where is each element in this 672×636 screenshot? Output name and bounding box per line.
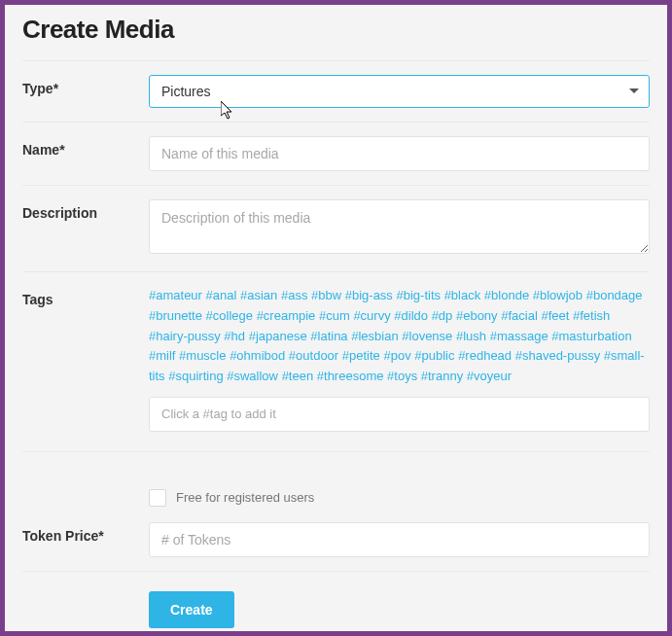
- tag-link[interactable]: #hd: [224, 329, 245, 343]
- tag-link[interactable]: #japanese: [249, 329, 307, 343]
- tag-link[interactable]: #toys: [387, 369, 417, 383]
- free-checkbox-label: Free for registered users: [176, 490, 314, 505]
- tag-link[interactable]: #hairy-pussy: [149, 329, 221, 343]
- tag-link[interactable]: #massage: [490, 329, 548, 343]
- tag-link[interactable]: #voyeur: [467, 369, 512, 383]
- tag-link[interactable]: #asian: [240, 288, 277, 302]
- row-free-token: Free for registered users Token Price*: [22, 451, 650, 571]
- tag-link[interactable]: #tranny: [421, 369, 463, 383]
- tag-link[interactable]: #college: [206, 308, 253, 323]
- tag-link[interactable]: #lesbian: [351, 329, 398, 343]
- tag-link[interactable]: #dildo: [394, 308, 428, 323]
- page-title: Create Media: [22, 15, 650, 45]
- tag-link[interactable]: #facial: [501, 308, 538, 323]
- tag-link[interactable]: #brunette: [149, 308, 202, 323]
- row-tags: Tags #amateur #anal #asian #ass #bbw #bi…: [22, 271, 650, 442]
- label-description: Description: [22, 199, 149, 221]
- free-checkbox[interactable]: [149, 489, 166, 507]
- tag-link[interactable]: #petite: [342, 348, 380, 363]
- row-submit: Create: [22, 571, 650, 628]
- tag-link[interactable]: #teen: [282, 369, 314, 383]
- tag-link[interactable]: #dp: [432, 308, 453, 323]
- tag-link[interactable]: #redhead: [458, 348, 512, 363]
- row-description: Description: [22, 185, 650, 271]
- token-price-input[interactable]: [149, 522, 650, 557]
- label-type: Type*: [22, 75, 149, 96]
- tag-link[interactable]: #lush: [456, 329, 486, 343]
- tag-link[interactable]: #creampie: [257, 308, 316, 323]
- row-name: Name*: [22, 122, 650, 185]
- tag-link[interactable]: #big-tits: [396, 288, 441, 302]
- label-tags: Tags: [22, 286, 149, 307]
- tag-link[interactable]: #threesome: [317, 369, 384, 383]
- tag-link[interactable]: #anal: [206, 288, 237, 302]
- tag-link[interactable]: #ebony: [456, 308, 498, 323]
- tags-input[interactable]: [149, 397, 650, 432]
- tag-link[interactable]: #amateur: [149, 288, 202, 302]
- tag-link[interactable]: #cum: [319, 308, 350, 323]
- tags-cloud: #amateur #anal #asian #ass #bbw #big-ass…: [149, 286, 650, 387]
- tag-link[interactable]: #bbw: [311, 288, 341, 302]
- tag-link[interactable]: #blowjob: [533, 288, 583, 302]
- tag-link[interactable]: #fetish: [573, 308, 610, 323]
- tag-link[interactable]: #shaved-pussy: [515, 348, 600, 363]
- label-name: Name*: [22, 136, 149, 158]
- tag-link[interactable]: #blonde: [484, 288, 529, 302]
- tag-link[interactable]: #masturbation: [551, 329, 631, 343]
- tag-link[interactable]: #outdoor: [289, 348, 338, 363]
- tag-link[interactable]: #curvy: [353, 308, 390, 323]
- tag-link[interactable]: #milf: [149, 348, 175, 363]
- create-button[interactable]: Create: [149, 591, 234, 628]
- tag-link[interactable]: #pov: [383, 348, 410, 363]
- tag-link[interactable]: #ass: [281, 288, 307, 302]
- tag-link[interactable]: #black: [444, 288, 481, 302]
- tag-link[interactable]: #muscle: [179, 348, 226, 363]
- tag-link[interactable]: #lovense: [402, 329, 452, 343]
- tag-link[interactable]: #ohmibod: [230, 348, 285, 363]
- description-textarea[interactable]: [149, 199, 650, 254]
- free-checkbox-row: Free for registered users: [149, 481, 650, 507]
- tag-link[interactable]: #big-ass: [345, 288, 393, 302]
- row-type: Type* Pictures: [22, 60, 650, 122]
- label-token-price: Token Price*: [22, 522, 149, 544]
- tag-link[interactable]: #feet: [541, 308, 569, 323]
- type-select[interactable]: Pictures: [149, 75, 650, 108]
- tag-link[interactable]: #latina: [310, 329, 347, 343]
- form-container: Create Media Type* Pictures Name* Descri…: [0, 0, 672, 636]
- tag-link[interactable]: #squirting: [168, 369, 223, 383]
- tag-link[interactable]: #bondage: [586, 288, 643, 302]
- tag-link[interactable]: #public: [414, 348, 454, 363]
- name-input[interactable]: [149, 136, 650, 171]
- tag-link[interactable]: #swallow: [227, 369, 278, 383]
